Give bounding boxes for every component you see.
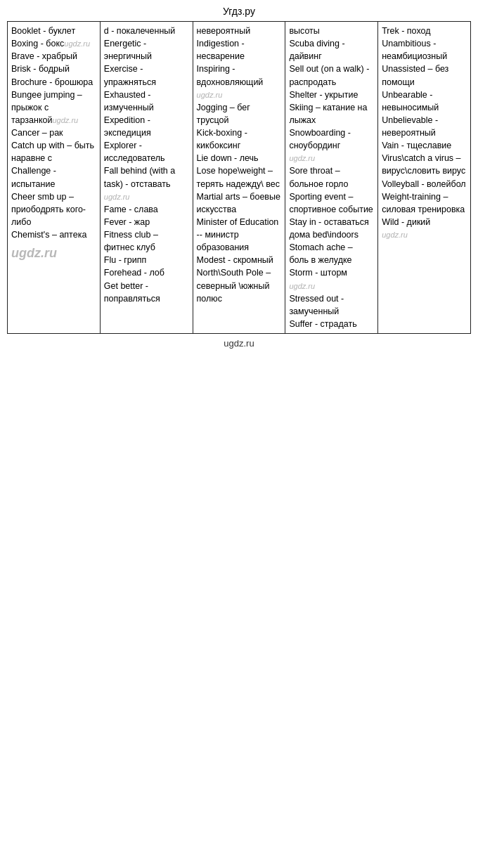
col1-cell: Booklet - буклет Boxing - боксugdz.ru Br…: [8, 22, 101, 334]
col3-cell: невероятный Indigestion - несварение Ins…: [193, 22, 285, 334]
vocabulary-table: Booklet - буклет Boxing - боксugdz.ru Br…: [7, 21, 471, 334]
col5-text: Trek - поход Unambitious - неамбициозный…: [382, 26, 465, 240]
col2-text: d - покалеченный Energetic - энергичный …: [104, 26, 176, 304]
page-header: Угдз.ру: [0, 0, 478, 21]
site-title: Угдз.ру: [223, 6, 255, 17]
footer-text: ugdz.ru: [224, 338, 254, 349]
col4-cell: высоты Scuba diving - дайвинг Sell out (…: [285, 22, 378, 334]
col2-cell: d - покалеченный Energetic - энергичный …: [100, 22, 193, 334]
page-footer: ugdz.ru: [0, 334, 478, 351]
col5-cell: Trek - поход Unambitious - неамбициозный…: [378, 22, 471, 334]
col4-text: высоты Scuba diving - дайвинг Sell out (…: [289, 26, 373, 329]
col1-text: Booklet - буклет Boxing - боксugdz.ru Br…: [11, 26, 96, 262]
col3-text: невероятный Indigestion - несварение Ins…: [197, 26, 280, 304]
